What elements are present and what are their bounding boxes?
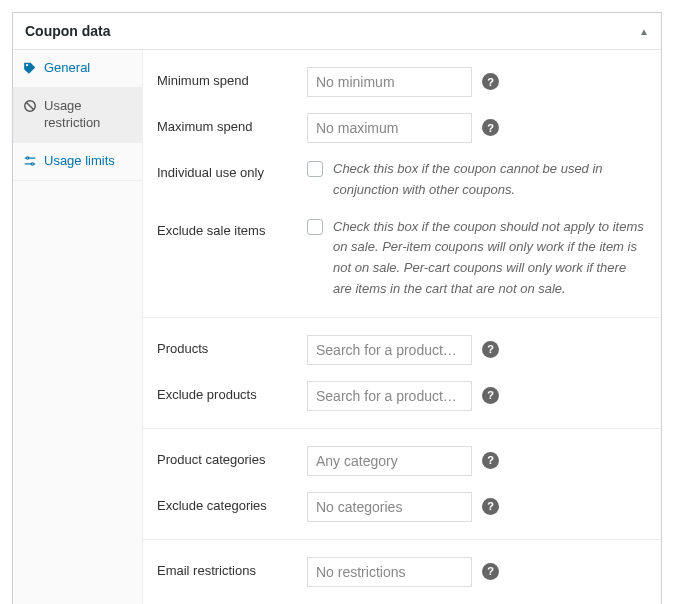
exclude-sale-description: Check this box if the coupon should not … bbox=[333, 217, 647, 300]
individual-use-checkbox[interactable] bbox=[307, 161, 323, 177]
email-restrictions-input[interactable] bbox=[307, 557, 472, 587]
label-individual-use: Individual use only bbox=[157, 159, 307, 180]
sidebar-item-label: Usage limits bbox=[44, 153, 115, 170]
coupon-data-panel: Coupon data ▲ General Usage restriction bbox=[12, 12, 662, 604]
products-input[interactable] bbox=[307, 335, 472, 365]
row-products: Products ? bbox=[157, 327, 647, 373]
svg-point-4 bbox=[27, 157, 29, 159]
row-exclude-categories: Exclude categories ? bbox=[157, 484, 647, 530]
sidebar-item-label: General bbox=[44, 60, 90, 77]
row-email-restrictions: Email restrictions ? bbox=[157, 549, 647, 595]
sliders-icon bbox=[23, 154, 37, 168]
label-products: Products bbox=[157, 335, 307, 356]
svg-line-1 bbox=[26, 102, 34, 110]
row-product-categories: Product categories ? bbox=[157, 438, 647, 484]
sidebar-item-label: Usage restriction bbox=[44, 98, 132, 132]
label-exclude-sale: Exclude sale items bbox=[157, 217, 307, 238]
help-icon[interactable]: ? bbox=[482, 73, 499, 90]
row-exclude-sale: Exclude sale items Check this box if the… bbox=[157, 209, 647, 308]
label-exclude-categories: Exclude categories bbox=[157, 492, 307, 513]
sidebar-tabs: General Usage restriction Usage limits bbox=[13, 50, 143, 604]
help-icon[interactable]: ? bbox=[482, 119, 499, 136]
maximum-spend-input[interactable] bbox=[307, 113, 472, 143]
label-email-restrictions: Email restrictions bbox=[157, 557, 307, 578]
label-exclude-products: Exclude products bbox=[157, 381, 307, 402]
help-icon[interactable]: ? bbox=[482, 452, 499, 469]
tab-general[interactable]: General bbox=[13, 50, 142, 88]
help-icon[interactable]: ? bbox=[482, 498, 499, 515]
label-product-categories: Product categories bbox=[157, 446, 307, 467]
product-categories-input[interactable] bbox=[307, 446, 472, 476]
exclude-categories-input[interactable] bbox=[307, 492, 472, 522]
individual-use-description: Check this box if the coupon cannot be u… bbox=[333, 159, 647, 201]
panel-title: Coupon data bbox=[25, 23, 111, 39]
exclude-products-input[interactable] bbox=[307, 381, 472, 411]
label-minimum-spend: Minimum spend bbox=[157, 67, 307, 88]
block-icon bbox=[23, 99, 37, 113]
tab-usage-limits[interactable]: Usage limits bbox=[13, 143, 142, 181]
collapse-icon[interactable]: ▲ bbox=[639, 26, 649, 37]
row-exclude-products: Exclude products ? bbox=[157, 373, 647, 419]
panel-header: Coupon data ▲ bbox=[13, 13, 661, 50]
label-maximum-spend: Maximum spend bbox=[157, 113, 307, 134]
help-icon[interactable]: ? bbox=[482, 387, 499, 404]
exclude-sale-checkbox[interactable] bbox=[307, 219, 323, 235]
help-icon[interactable]: ? bbox=[482, 341, 499, 358]
row-minimum-spend: Minimum spend ? bbox=[157, 59, 647, 105]
panel-body: General Usage restriction Usage limits M… bbox=[13, 50, 661, 604]
help-icon[interactable]: ? bbox=[482, 563, 499, 580]
minimum-spend-input[interactable] bbox=[307, 67, 472, 97]
tab-usage-restriction[interactable]: Usage restriction bbox=[13, 88, 142, 143]
tab-content: Minimum spend ? Maximum spend ? Individu… bbox=[143, 50, 661, 604]
tag-icon bbox=[23, 61, 37, 75]
row-individual-use: Individual use only Check this box if th… bbox=[157, 151, 647, 209]
row-maximum-spend: Maximum spend ? bbox=[157, 105, 647, 151]
svg-point-5 bbox=[31, 162, 33, 164]
